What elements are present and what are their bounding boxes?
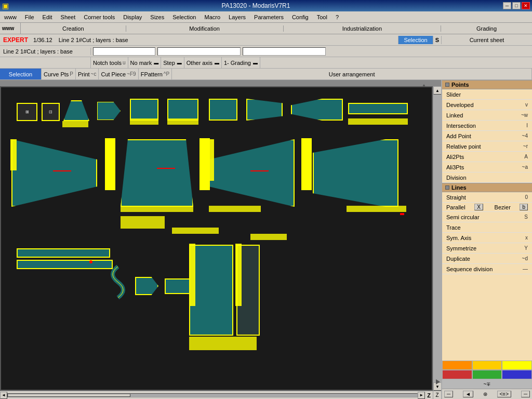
creation-section: Creation <box>21 25 126 32</box>
menu-item-layers[interactable]: Layers <box>224 13 250 21</box>
print-btn[interactable]: Print ~c <box>76 69 99 79</box>
bezier-btn[interactable]: Bezier <box>495 204 511 210</box>
parallel-x-btn[interactable]: X <box>474 204 483 210</box>
scroll-up-btn[interactable]: ▲ <box>433 86 441 95</box>
pattern-piece: ⊞ <box>17 103 37 121</box>
expert-bar: EXPERT 1/36.12 Line 2 1#Cut ; layers : b… <box>0 34 532 46</box>
line-detail: Line 2 1#Cut ; layers : base <box>0 48 91 55</box>
no-mark-btn[interactable]: No mark ▬ <box>128 57 162 68</box>
menu-item-display[interactable]: Display <box>119 13 146 21</box>
version-info: 1/36.12 <box>31 37 55 43</box>
sequence-division-btn[interactable]: Sequence division — <box>442 264 532 274</box>
menu-item-?[interactable]: ? <box>331 13 343 21</box>
menu-item-edit[interactable]: Edit <box>38 13 57 21</box>
intersection-btn[interactable]: Intersection I <box>442 121 532 131</box>
input-field-2[interactable] <box>157 47 241 56</box>
straight-btn[interactable]: Straight 0 <box>442 192 532 203</box>
red-mark <box>250 170 269 171</box>
parallel-btn[interactable]: Parallel <box>446 204 466 210</box>
menu-item-corner-tools[interactable]: Corner tools <box>79 13 119 21</box>
swatch-blue[interactable] <box>502 370 532 379</box>
pattern-piece <box>97 102 121 120</box>
scroll-left-btn[interactable]: ◄ <box>0 392 7 399</box>
pattern-piece: ⊡ <box>42 103 60 121</box>
grading-btn[interactable]: 1- Grading ▬ <box>222 57 260 68</box>
main-content: ⊞ ⊡ <box>0 80 532 399</box>
line-info: Line 2 1#Cut ; layers : base <box>55 37 398 43</box>
bezier-b-btn[interactable]: b <box>520 204 528 210</box>
input-field-3[interactable] <box>243 47 326 56</box>
linked-btn[interactable]: Linked ~w <box>442 110 532 121</box>
tool-row-1: Notch tools u No mark ▬ Step ▬ Other axi… <box>0 57 532 69</box>
cut-piece-btn[interactable]: Cut Piece ~F9 <box>99 69 138 79</box>
swatch-yellow-orange[interactable] <box>472 361 502 370</box>
pattern-piece <box>209 99 237 121</box>
menu-item-www[interactable]: www <box>0 13 21 21</box>
swatch-orange[interactable] <box>442 361 472 370</box>
trace-btn[interactable]: Trace <box>442 222 532 233</box>
add-point-btn[interactable]: Add Point ~4 <box>442 131 532 141</box>
selection-btn[interactable]: Selection <box>0 69 42 79</box>
piece-tag <box>250 234 287 240</box>
sym-axis-btn[interactable]: Sym. Axis x <box>442 233 532 243</box>
semi-circular-btn[interactable]: Semi circular S <box>442 212 532 222</box>
menu-item-sizes[interactable]: Sizes <box>146 13 168 21</box>
grading-icon: ▬ <box>253 60 258 65</box>
panel-btn-mid-right[interactable]: <≡> <box>497 391 512 397</box>
ali2pts-btn[interactable]: Ali2Pts A <box>442 152 532 162</box>
close-button[interactable]: ✕ <box>522 2 530 9</box>
restore-button[interactable]: □ <box>512 2 521 9</box>
duplicate-btn[interactable]: Duplicate ~d <box>442 254 532 264</box>
division-btn[interactable]: Division <box>442 172 532 183</box>
expert-label: EXPERT <box>0 36 31 44</box>
pattern-piece-large <box>11 139 97 207</box>
other-axis-btn[interactable]: Other axis ▬ <box>184 57 222 68</box>
fpattern-btn[interactable]: FPattern ^P <box>139 69 172 79</box>
menu-item-config[interactable]: Config <box>288 13 313 21</box>
input-field-1[interactable] <box>93 47 155 56</box>
ali3pts-btn[interactable]: Ali3Pts ~a <box>442 162 532 172</box>
selection-tab[interactable]: Selection <box>398 36 432 44</box>
piece-tag <box>172 228 219 234</box>
user-arrangement-btn[interactable]: User arrangement <box>172 69 532 79</box>
swatch-green[interactable] <box>472 370 502 379</box>
no-mark-icon: ▬ <box>154 60 158 65</box>
tool-cell-empty <box>0 57 91 68</box>
canvas[interactable]: ⊞ ⊡ <box>0 86 433 391</box>
modification-section: Modification <box>126 25 284 32</box>
pattern-piece <box>17 248 110 258</box>
slider-btn[interactable]: Slider <box>442 89 532 100</box>
menu-item-parameters[interactable]: Parameters <box>250 13 288 21</box>
pattern-piece <box>246 99 283 121</box>
panel-mid-label: ⊛ <box>483 391 487 397</box>
menu-item-macro[interactable]: Macro <box>200 13 224 21</box>
developed-btn[interactable]: Developed v <box>442 100 532 110</box>
panel-bottom-bar: ─ ◄ ⊛ <≡> ─ <box>442 389 532 399</box>
menu-item-selection[interactable]: Selection <box>168 13 200 21</box>
panel-btn-left[interactable]: ─ <box>444 391 453 397</box>
input-fields <box>91 47 532 56</box>
scroll-track-h[interactable] <box>7 393 418 397</box>
piece-tag <box>10 139 17 170</box>
swatch-red[interactable] <box>442 370 472 379</box>
pattern-piece <box>200 138 210 190</box>
horizontal-scrollbar[interactable]: ◄ ► Z <box>0 391 433 399</box>
step-btn[interactable]: Step ▬ <box>161 57 184 68</box>
panel-btn-right[interactable]: ─ <box>521 391 530 397</box>
panel-btn-mid-left[interactable]: ◄ <box>463 391 473 397</box>
menu-item-tool[interactable]: Tool <box>313 13 331 21</box>
scroll-right-btn[interactable]: ► <box>418 392 425 399</box>
curve-pts-btn[interactable]: Curve Pts P <box>42 69 76 79</box>
swatch-yellow[interactable] <box>502 361 532 370</box>
swatch-row-3: ~∓ <box>442 379 532 389</box>
relative-point-btn[interactable]: Relative point ~r <box>442 141 532 152</box>
menu-item-sheet[interactable]: Sheet <box>57 13 80 21</box>
vertical-scrollbar[interactable]: ▲ ▼ <box>433 86 441 391</box>
pattern-piece <box>130 99 158 121</box>
menu-item-file[interactable]: File <box>21 13 38 21</box>
pattern-piece <box>17 260 113 269</box>
notch-tools-btn[interactable]: Notch tools u <box>91 57 128 68</box>
symmetrize-btn[interactable]: Symmetrize Y <box>442 243 532 254</box>
scroll-track-v[interactable] <box>433 95 441 382</box>
minimize-button[interactable]: ─ <box>503 2 511 9</box>
